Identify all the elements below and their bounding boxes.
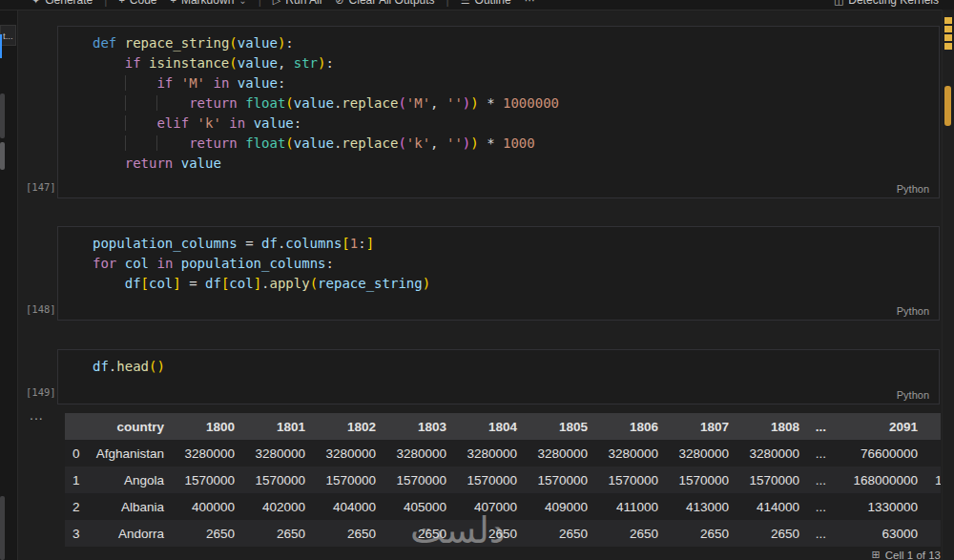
clear-all-outputs-icon: ⊘ bbox=[335, 0, 343, 7]
cell-value: 2650 bbox=[527, 520, 597, 547]
more-icon: ⋯ bbox=[525, 0, 535, 7]
output-collapsed-indicator[interactable]: ... bbox=[30, 407, 44, 423]
column-header: ... bbox=[809, 413, 836, 440]
grid-icon: ⊞ bbox=[872, 549, 881, 560]
scroll-marker-warning-1 bbox=[944, 17, 952, 24]
toolbar-item-label: Markdown bbox=[181, 0, 234, 7]
code-icon: + bbox=[118, 0, 124, 6]
cell-value: 409000 bbox=[527, 493, 597, 520]
code-cell-148[interactable]: population_columns = df.columns[1:]for c… bbox=[57, 226, 940, 321]
table-row: 1Angola157000015700001570000157000015700… bbox=[65, 467, 941, 493]
toolbar-code[interactable]: +Code bbox=[114, 0, 161, 7]
cell-status-label: Cell 1 of 13 bbox=[885, 550, 941, 560]
cell-language-picker[interactable]: Python bbox=[897, 305, 929, 317]
toolbar-more[interactable]: ⋯ bbox=[520, 0, 540, 7]
code-line: return float(value.replace('k', '')) * 1… bbox=[93, 134, 931, 154]
toolbar-generate[interactable]: ✦Generate bbox=[27, 0, 97, 7]
cell-value: 2650 bbox=[244, 520, 315, 547]
column-header: 1803 bbox=[385, 413, 456, 440]
left-scrollbar-segment-1[interactable] bbox=[0, 93, 5, 138]
cell-value: 411000 bbox=[597, 493, 668, 520]
cell-value bbox=[927, 440, 941, 467]
toolbar-items: ✦Generate|+Code+Markdown⌄|▷Run All⊘Clear… bbox=[27, 0, 540, 10]
toolbar-item-label: Code bbox=[130, 0, 157, 7]
notebook-screen: ✦Generate|+Code+Markdown⌄|▷Run All⊘Clear… bbox=[0, 0, 954, 560]
column-header: 1802 bbox=[315, 413, 385, 440]
code-editor-149[interactable]: df.head() bbox=[93, 357, 931, 377]
cell-value: 2650 bbox=[385, 520, 456, 547]
code-line: df[col] = df[col].apply(repace_string) bbox=[93, 274, 931, 294]
code-editor-147[interactable]: def repace_string(value): if isinstance(… bbox=[93, 33, 931, 174]
cell-value: Albania bbox=[86, 493, 174, 520]
scroll-marker-warning-4 bbox=[944, 43, 952, 50]
cell-value bbox=[927, 493, 941, 520]
code-line: return value bbox=[93, 154, 931, 174]
toolbar-outline[interactable]: ☰Outline bbox=[456, 0, 516, 7]
cell-value: ... bbox=[809, 467, 836, 493]
cell-value: 3280000 bbox=[597, 440, 668, 467]
toolbar-run-all[interactable]: ▷Run All bbox=[268, 0, 327, 7]
cell-value: 3280000 bbox=[244, 440, 315, 467]
cell-value: Angola bbox=[86, 467, 174, 493]
cell-value: 414000 bbox=[738, 493, 809, 520]
cell-value: 1570000 bbox=[527, 467, 597, 493]
toolbar-separator: | bbox=[259, 0, 261, 7]
scroll-marker-block bbox=[944, 86, 951, 126]
code-line: if 'M' in value: bbox=[93, 73, 931, 93]
cell-value: 3280000 bbox=[315, 440, 385, 467]
cell-value: 400000 bbox=[174, 493, 244, 520]
cell-language-picker[interactable]: Python bbox=[897, 183, 929, 195]
cell-value: 404000 bbox=[315, 493, 385, 520]
cell-value: 1570000 bbox=[738, 467, 809, 493]
cell-value: 1330000 bbox=[836, 493, 927, 520]
cell-value: ... bbox=[809, 493, 836, 520]
left-sidebar-strip: t... bbox=[0, 10, 18, 560]
cell-value: 2650 bbox=[668, 520, 738, 547]
collapsed-panel-tab[interactable]: t... bbox=[0, 25, 16, 46]
toolbar-clear-all-outputs[interactable]: ⊘Clear All Outputs bbox=[330, 0, 439, 7]
toolbar-markdown[interactable]: +Markdown⌄ bbox=[166, 0, 252, 7]
cell-value: Afghanistan bbox=[86, 440, 174, 467]
row-index: 3 bbox=[65, 520, 86, 547]
notebook-toolbar: ✦Generate|+Code+Markdown⌄|▷Run All⊘Clear… bbox=[0, 0, 954, 10]
cell-language-picker[interactable]: Python bbox=[897, 389, 929, 401]
cell-value: 1570000 bbox=[456, 467, 527, 493]
markdown-icon: + bbox=[171, 0, 176, 6]
cell-value: 1570000 bbox=[668, 467, 738, 493]
cell-value: 2650 bbox=[174, 520, 244, 547]
column-header: 1801 bbox=[244, 413, 315, 440]
cell-value: ... bbox=[809, 520, 836, 547]
cell-value: 405000 bbox=[385, 493, 456, 520]
code-line: for col in population_columns: bbox=[93, 254, 931, 274]
code-line: def repace_string(value): bbox=[93, 33, 931, 53]
code-editor-148[interactable]: population_columns = df.columns[1:]for c… bbox=[93, 234, 931, 294]
cell-value: 2650 bbox=[597, 520, 668, 547]
code-cell-149[interactable]: df.head() Python bbox=[57, 349, 940, 404]
run-all-icon: ▷ bbox=[273, 0, 280, 7]
column-header: country bbox=[86, 413, 174, 440]
cell-value: 3280000 bbox=[738, 440, 809, 467]
left-scrollbar-segment-3[interactable] bbox=[0, 496, 5, 560]
toolbar-item-label: Generate bbox=[45, 0, 93, 7]
cell-value: 402000 bbox=[244, 493, 315, 520]
generate-icon: ✦ bbox=[31, 0, 40, 7]
cell-value: 76600000 bbox=[836, 440, 927, 467]
cell-value: 2650 bbox=[738, 520, 809, 547]
code-line: if isinstance(value, str): bbox=[93, 53, 931, 73]
code-cell-147[interactable]: def repace_string(value): if isinstance(… bbox=[57, 26, 940, 198]
toolbar-item-label: Run All bbox=[285, 0, 321, 7]
dataframe-output: country180018011802180318041805180618071… bbox=[65, 413, 941, 548]
cell-value: 3280000 bbox=[385, 440, 456, 467]
toolbar-detecting-kernels-label: Detecting Kernels bbox=[848, 0, 939, 7]
cell-value: 3280000 bbox=[456, 440, 527, 467]
cell-value: 1570000 bbox=[244, 467, 315, 493]
toolbar-detecting-kernels[interactable]: ◫ Detecting Kernels bbox=[834, 0, 939, 10]
code-line: return float(value.replace('M', '')) * 1… bbox=[93, 93, 931, 114]
toolbar-separator: | bbox=[104, 0, 107, 7]
cell-status-indicator: ⊞ Cell 1 of 13 bbox=[872, 549, 941, 560]
dataframe-table: country180018011802180318041805180618071… bbox=[65, 413, 941, 547]
outline-icon: ☰ bbox=[461, 0, 470, 7]
scrollbar-track[interactable] bbox=[942, 10, 954, 560]
cell-value: 3280000 bbox=[668, 440, 738, 467]
left-scrollbar-segment-2[interactable] bbox=[0, 142, 5, 170]
